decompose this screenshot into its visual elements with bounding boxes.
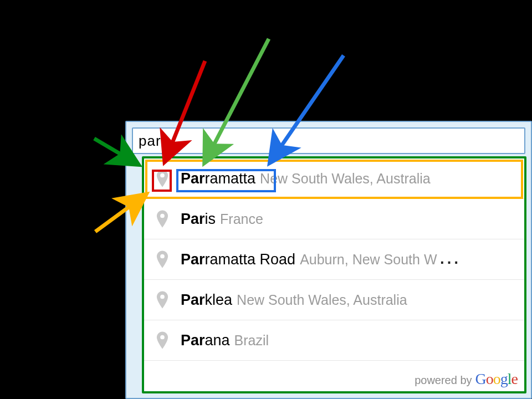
suggestion-rest: is [205, 211, 216, 227]
autocomplete-widget: Parramatta New South Wales, Australia Pa… [125, 121, 532, 399]
map-pin-icon [155, 290, 170, 310]
map-pin-icon [155, 330, 170, 350]
suggestion-main-text: Parklea [181, 291, 232, 309]
suggestion-item[interactable]: Parana Brazil [144, 320, 524, 361]
google-logo: Google [475, 370, 518, 388]
search-input[interactable] [132, 127, 525, 154]
suggestion-sub-text: Auburn, New South W [300, 252, 437, 268]
svg-point-4 [160, 335, 165, 340]
svg-point-3 [160, 295, 165, 299]
map-pin-icon [155, 209, 170, 229]
suggestion-sub-text: France [220, 211, 263, 227]
svg-point-2 [160, 254, 165, 259]
suggestion-sub-text: New South Wales, Australia [260, 171, 431, 187]
suggestions-dropdown: Parramatta New South Wales, Australia Pa… [142, 156, 526, 393]
attribution-prefix: powered by [415, 374, 472, 387]
map-pin-icon [155, 168, 170, 188]
svg-point-1 [160, 214, 165, 218]
suggestion-sub-text: New South Wales, Australia [237, 292, 407, 308]
suggestion-main-text: Parramatta [181, 170, 255, 187]
suggestion-rest: ramatta [205, 170, 256, 187]
suggestion-item[interactable]: Paris France [144, 199, 524, 239]
suggestion-rest: ana [205, 332, 230, 349]
attribution-footer: powered by Google [415, 370, 518, 388]
suggestion-match: Par [181, 332, 205, 349]
search-field-wrap [132, 127, 525, 154]
suggestion-item[interactable]: Parramatta New South Wales, Australia [144, 158, 524, 199]
suggestion-sub-text: Brazil [234, 332, 269, 349]
suggestion-match: Par [181, 211, 205, 227]
suggestion-match: Par [181, 291, 205, 308]
svg-point-0 [160, 173, 165, 178]
suggestion-rest: klea [205, 291, 233, 308]
suggestion-match: Par [181, 251, 205, 268]
suggestion-main-text: Paris [181, 211, 216, 228]
suggestion-match: Par [181, 170, 205, 187]
suggestion-item[interactable]: Parklea New South Wales, Australia [144, 280, 524, 320]
map-pin-icon [155, 249, 170, 269]
suggestion-item[interactable]: Parramatta Road Auburn, New South W … [144, 239, 524, 280]
truncation-ellipsis-icon: … [438, 253, 461, 259]
suggestion-main-text: Parramatta Road [181, 251, 295, 268]
suggestion-rest: ramatta Road [205, 251, 296, 268]
suggestion-main-text: Parana [181, 332, 230, 349]
